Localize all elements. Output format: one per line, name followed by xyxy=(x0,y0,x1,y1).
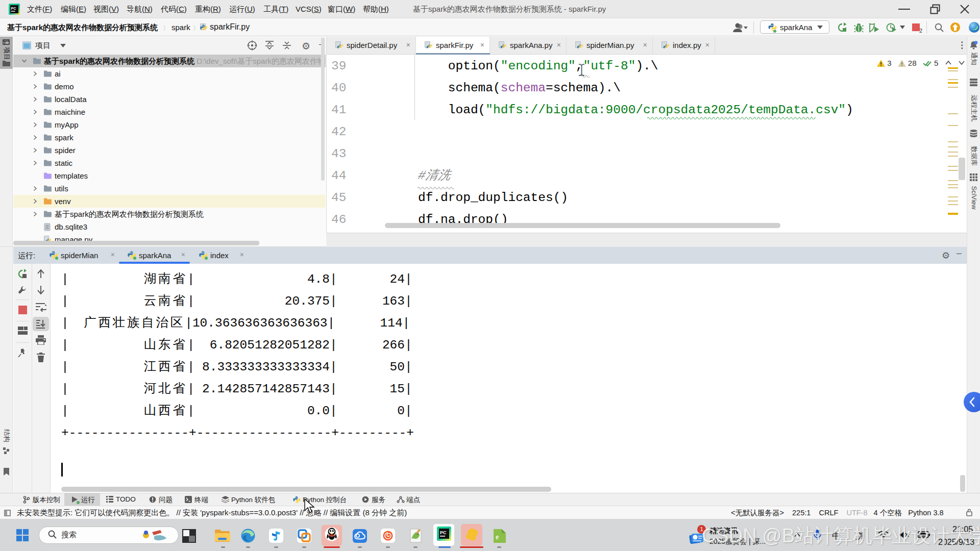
svg-text:PC: PC xyxy=(11,7,16,10)
svg-text:PC: PC xyxy=(440,530,447,535)
svg-text:e: e xyxy=(496,533,499,541)
